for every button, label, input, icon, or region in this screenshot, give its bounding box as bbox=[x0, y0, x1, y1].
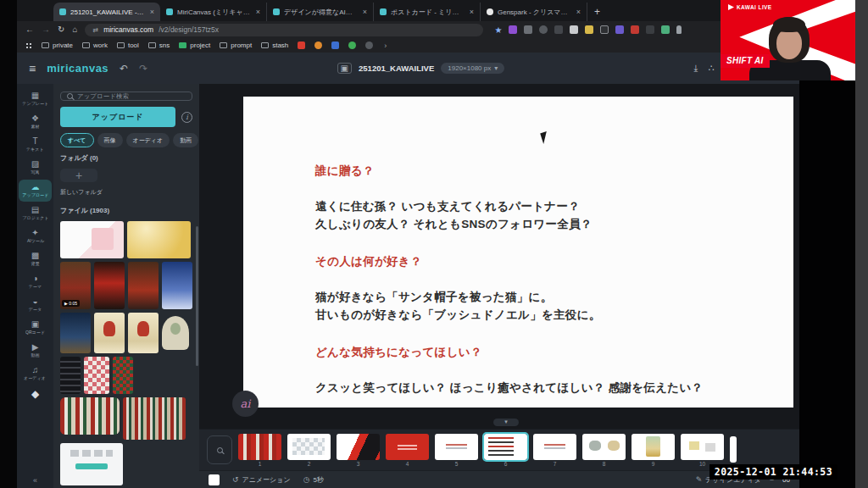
page-search-button[interactable] bbox=[207, 435, 232, 464]
rail-item[interactable]: ▩ 背景 bbox=[19, 248, 52, 270]
ai-assistant-button[interactable]: ai bbox=[232, 391, 259, 417]
page-select-square[interactable] bbox=[209, 474, 220, 485]
extension-icon[interactable] bbox=[539, 25, 548, 34]
bookmark-folder[interactable]: sns bbox=[148, 42, 170, 49]
file-thumbnail[interactable] bbox=[94, 262, 125, 309]
page-thumbnail[interactable] bbox=[386, 434, 429, 460]
collapse-filmstrip-icon[interactable]: ▾ bbox=[493, 419, 519, 426]
file-thumbnail[interactable] bbox=[162, 316, 189, 350]
tab-close-icon[interactable]: × bbox=[363, 8, 367, 16]
extension-icon[interactable] bbox=[646, 25, 654, 34]
page-thumbnail[interactable] bbox=[582, 434, 626, 460]
extension-icon[interactable] bbox=[631, 25, 639, 34]
move-to-folder-icon[interactable]: ▣ bbox=[337, 63, 352, 74]
extension-icon[interactable] bbox=[600, 25, 609, 34]
mic-icon[interactable] bbox=[676, 25, 682, 34]
file-thumbnail[interactable] bbox=[113, 357, 133, 394]
reload-icon[interactable]: ↻ bbox=[58, 25, 64, 34]
tab-close-icon[interactable]: × bbox=[256, 8, 260, 16]
gmail-favicon-icon[interactable] bbox=[298, 42, 305, 49]
page-text-line[interactable]: 久しぶりの友人？ それともSNSのフォロワー全員？ bbox=[315, 215, 760, 233]
browser-tab[interactable]: MiriCanvas (ミリキャンバス) × bbox=[160, 3, 267, 21]
document-title[interactable]: 251201_KAWAILIVE bbox=[359, 64, 434, 73]
bookmark-favicon-icon[interactable] bbox=[348, 42, 356, 49]
page-text-line[interactable]: クスッと笑ってほしい？ ほっこり癒やされてほしい？ 感謝を伝えたい？ bbox=[315, 379, 760, 396]
page-thumbnail-item[interactable]: 5 bbox=[435, 434, 478, 467]
add-folder-button[interactable]: + bbox=[60, 169, 97, 182]
page-thumbnail[interactable] bbox=[730, 436, 737, 463]
upload-search[interactable] bbox=[60, 92, 192, 101]
rail-item[interactable]: T テキスト bbox=[19, 134, 52, 156]
extension-icon[interactable] bbox=[615, 25, 624, 34]
page-text-line[interactable]: 猫が好きなら「サンタ帽子を被った猫」に。 bbox=[315, 288, 760, 306]
panel-scrollbar[interactable] bbox=[196, 226, 198, 366]
bookmarks-overflow-icon[interactable]: › bbox=[384, 42, 387, 50]
page-text-line[interactable]: どんな気持ちになってほしい？ bbox=[315, 343, 760, 361]
file-thumbnail[interactable] bbox=[84, 357, 109, 394]
page-thumbnail[interactable] bbox=[681, 434, 724, 460]
filter-chip[interactable]: 画像 bbox=[97, 133, 123, 147]
file-thumbnail[interactable] bbox=[123, 397, 186, 440]
file-thumbnail[interactable] bbox=[60, 357, 81, 394]
bookmark-favicon-icon[interactable] bbox=[314, 42, 322, 49]
page-thumbnail-item[interactable]: 10 bbox=[681, 434, 724, 467]
page-text-line[interactable]: 甘いものが好きなら「ブッシュドノエル」を主役に。 bbox=[315, 306, 760, 324]
page-thumbnail[interactable] bbox=[435, 434, 478, 460]
page-thumbnail-item[interactable]: 2 bbox=[287, 434, 331, 467]
page-thumbnail-item[interactable]: 6 bbox=[484, 434, 527, 467]
bookmark-star-icon[interactable]: ★ bbox=[494, 25, 502, 35]
filter-chip[interactable]: すべて bbox=[60, 133, 94, 147]
download-icon[interactable]: ⤓ bbox=[694, 63, 698, 74]
animation-button[interactable]: ↺ アニメーション bbox=[232, 475, 291, 485]
rail-item[interactable]: ✦ AIツール bbox=[19, 225, 52, 247]
browser-tab[interactable]: ポストカード - ミリキャンバス × bbox=[374, 3, 481, 21]
undo-icon[interactable]: ↶ bbox=[120, 63, 128, 75]
filter-chip[interactable]: 動画 bbox=[173, 133, 198, 147]
menu-icon[interactable]: ≡ bbox=[29, 62, 36, 75]
page-thumbnail[interactable] bbox=[337, 434, 380, 460]
page-thumbnail-item[interactable]: 7 bbox=[533, 434, 576, 467]
bookmark-favicon-icon[interactable] bbox=[331, 42, 339, 49]
page-thumbnail-item[interactable]: 4 bbox=[386, 434, 429, 467]
browser-tab[interactable]: Genspark - クリスマス グリー × bbox=[481, 3, 587, 21]
page-thumbnail[interactable] bbox=[287, 434, 331, 460]
rail-item[interactable]: ▨ 写真 bbox=[19, 157, 52, 179]
canvas-size-selector[interactable]: 1920×1080 px ▾ bbox=[441, 63, 504, 74]
collapse-rail-icon[interactable]: « bbox=[33, 476, 37, 485]
browser-tab[interactable]: 251201_KAWAILIVE - ミリキ × bbox=[53, 3, 160, 21]
bookmark-folder[interactable]: work bbox=[82, 42, 108, 49]
duration-button[interactable]: ◷ 5秒 bbox=[303, 475, 324, 485]
share-icon[interactable]: ∴ bbox=[708, 63, 714, 74]
page-thumbnail[interactable] bbox=[533, 434, 576, 460]
rail-item[interactable]: ◑ テーマ bbox=[19, 271, 52, 293]
extension-icon[interactable] bbox=[509, 25, 517, 34]
page-thumbnail-item[interactable] bbox=[730, 436, 737, 463]
back-icon[interactable]: ← bbox=[25, 25, 34, 34]
info-icon[interactable]: i bbox=[181, 112, 192, 123]
page-text-line[interactable]: 誰に贈る？ bbox=[315, 162, 760, 180]
bookmark-folder[interactable]: private bbox=[42, 42, 73, 49]
page-text-line[interactable]: その人は何が好き？ bbox=[315, 252, 760, 270]
bookmark-folder[interactable]: project bbox=[179, 42, 210, 49]
globe-favicon-icon[interactable] bbox=[365, 42, 373, 49]
rail-item[interactable]: ▶ 動画 bbox=[19, 340, 52, 362]
redo-icon[interactable]: ↷ bbox=[139, 63, 147, 75]
page-thumbnail-item[interactable]: 3 bbox=[337, 434, 380, 467]
rail-item[interactable]: ☁ アップロード bbox=[19, 180, 52, 202]
design-page[interactable]: 誰に贈る？ 遠くに住む孫？ いつも支えてくれるパートナー？ 久しぶりの友人？ そ… bbox=[243, 97, 793, 408]
browser-tab[interactable]: デザインが得意なAI、ミリクル × bbox=[267, 3, 374, 21]
page-text-line[interactable]: 遠くに住む孫？ いつも支えてくれるパートナー？ bbox=[315, 197, 760, 215]
rail-item[interactable]: ▣ QRコード bbox=[19, 317, 52, 339]
extension-icon[interactable] bbox=[554, 25, 563, 34]
extension-icon[interactable] bbox=[570, 25, 578, 34]
apps-grid-icon[interactable] bbox=[25, 42, 32, 49]
bookmark-folder[interactable]: prompt bbox=[220, 42, 252, 49]
filter-chip[interactable]: オーディオ bbox=[126, 133, 170, 147]
rail-item[interactable]: ◒ データ bbox=[19, 294, 52, 316]
rail-item[interactable]: ▦ テンプレート bbox=[19, 88, 52, 110]
file-thumbnail[interactable] bbox=[128, 313, 159, 353]
bookmark-folder[interactable]: stash bbox=[261, 42, 288, 49]
file-thumbnail[interactable] bbox=[162, 262, 192, 309]
rail-item[interactable]: ♫ オーディオ bbox=[19, 363, 52, 385]
file-thumbnail[interactable] bbox=[60, 221, 124, 258]
